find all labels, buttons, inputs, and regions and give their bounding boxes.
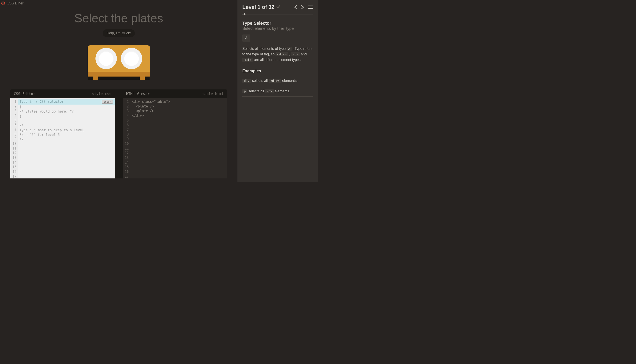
- progress-bar: [242, 14, 313, 14]
- selector-help: Selects all elements of type A . Type re…: [242, 46, 313, 62]
- logo-area[interactable]: CSS Diner: [1, 1, 24, 5]
- examples-list: div selects all <div> elements.p selects…: [242, 76, 313, 96]
- level-row: Level 1 of 32: [242, 4, 313, 10]
- editor-area: CSS Editor style.css 1234567891011121314…: [10, 90, 227, 178]
- code-chip: <p>: [291, 52, 300, 56]
- example-text: elements.: [281, 79, 298, 82]
- html-body: 1234567891011121314151617 <div class="ta…: [122, 98, 228, 178]
- table-legs: [88, 76, 150, 80]
- table-wrapper: [88, 46, 150, 80]
- selector-subtitle: Select elements by their type: [242, 26, 313, 31]
- example-row: div selects all <div> elements.: [242, 76, 313, 86]
- check-icon: [276, 4, 280, 10]
- html-gutter: 1234567891011121314151617: [122, 98, 131, 178]
- code-chip: <p>: [265, 89, 274, 93]
- level-indicator[interactable]: Level 1 of 32: [242, 4, 280, 10]
- code-chip: A: [286, 47, 292, 51]
- next-level-icon[interactable]: [301, 5, 304, 9]
- help-text-part: are all different element types.: [253, 58, 302, 62]
- css-editor-pane: CSS Editor style.css 1234567891011121314…: [10, 90, 115, 178]
- selector-name: Type Selector: [242, 21, 313, 26]
- editor-divider: [115, 90, 122, 178]
- help-button[interactable]: Help, I'm stuck!: [102, 29, 135, 37]
- table-surface: [88, 46, 150, 72]
- plate[interactable]: [121, 48, 142, 69]
- logo-icon: [1, 2, 5, 5]
- examples-heading: Examples: [242, 69, 313, 74]
- example-text: selects all: [251, 79, 268, 82]
- plate[interactable]: [96, 48, 117, 69]
- css-body: 1234567891011121314151617 Type in a CSS …: [10, 98, 115, 178]
- css-code[interactable]: Type in a CSS selector{/* Styles would g…: [18, 98, 115, 178]
- table-edge: [88, 72, 150, 76]
- css-pane-title: CSS Editor: [14, 92, 35, 96]
- app-title: CSS Diner: [7, 1, 24, 5]
- code-chip: p: [242, 89, 247, 93]
- level-nav: [294, 5, 313, 10]
- html-code: <div class="table"> <plate /> <plate /><…: [131, 98, 228, 178]
- example-text: selects all: [247, 89, 265, 93]
- help-text-part: ,: [288, 52, 291, 56]
- html-pane-header: HTML Viewer table.html: [122, 90, 228, 98]
- example-text: elements.: [274, 89, 290, 93]
- table-leg: [93, 76, 98, 80]
- prev-level-icon[interactable]: [294, 5, 297, 9]
- table-leg: [140, 76, 145, 80]
- code-chip: <div>: [276, 52, 288, 56]
- menu-icon[interactable]: [308, 5, 313, 10]
- enter-button[interactable]: enter: [102, 100, 112, 104]
- code-chip: <div>: [268, 79, 281, 83]
- code-chip: <ul>: [242, 58, 253, 62]
- sidebar: Level 1 of 32 Type Selector Select eleme…: [238, 0, 318, 182]
- css-gutter: 1234567891011121314151617: [10, 98, 18, 178]
- help-text-part: Selects all elements of type: [242, 47, 286, 50]
- help-text-part: and: [300, 52, 307, 56]
- order-title: Select the plates: [0, 11, 238, 25]
- html-viewer-pane: HTML Viewer table.html 12345678910111213…: [122, 90, 228, 178]
- code-chip: div: [242, 79, 251, 83]
- example-row: p selects all <p> elements.: [242, 86, 313, 96]
- level-text: Level 1 of 32: [242, 4, 274, 10]
- html-file-name: table.html: [202, 92, 224, 96]
- syntax-box: A: [242, 34, 250, 42]
- main-area: Select the plates Help, I'm stuck! CSS E…: [0, 5, 238, 178]
- game-table: [0, 46, 238, 80]
- html-pane-title: HTML Viewer: [126, 92, 150, 96]
- progress-dot: [244, 13, 246, 15]
- css-file-name: style.css: [92, 92, 112, 96]
- css-pane-header: CSS Editor style.css: [10, 90, 115, 98]
